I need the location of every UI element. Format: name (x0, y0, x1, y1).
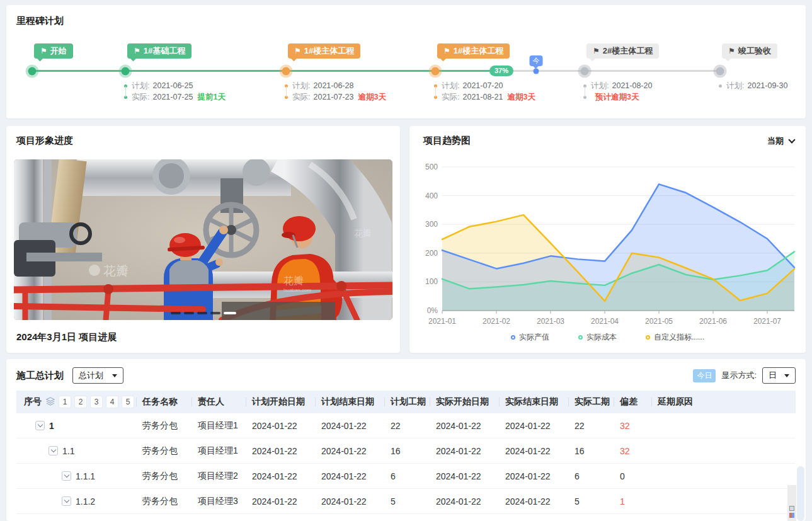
today-dot (534, 69, 539, 74)
table-side-handle[interactable] (787, 485, 796, 521)
carousel-dot[interactable] (171, 312, 181, 314)
carousel-dot[interactable] (210, 312, 220, 314)
table-row: 1.1.1劳务分包项目经理22024-01-222024-01-2262024-… (16, 464, 796, 489)
legend-label: 实际成本 (586, 332, 617, 343)
milestone-details: 计划:2021-07-20实际:2021-08-21逾期3天 (434, 80, 535, 103)
detail-label: 实际: (292, 92, 310, 103)
red-hardhat (169, 233, 201, 257)
badge-tail (440, 55, 447, 62)
carousel-dot[interactable] (224, 312, 236, 314)
cell-plan-end: 2024-01-22 (315, 471, 384, 481)
legend-marker-icon (511, 335, 515, 340)
x-axis-label: 2021-02 (483, 317, 510, 326)
y-axis-label: 200 (425, 249, 438, 258)
legend-item[interactable]: 实际成本 (578, 332, 617, 343)
cell-task: 劳务分包 (136, 496, 192, 507)
detail-value: 2021-07-25 (152, 93, 193, 101)
carousel-dot[interactable] (197, 312, 207, 314)
badge-tail (130, 55, 137, 62)
table-row: 1.1劳务分包项目经理12024-01-222024-01-22162024-0… (16, 438, 796, 464)
milestone-badge: ⚑1#楼主体工程 (288, 43, 360, 59)
cell-task: 劳务分包 (136, 445, 192, 457)
level-chip[interactable]: 1 (59, 396, 71, 408)
legend-item[interactable]: 自定义指标...... (646, 332, 704, 343)
plan-type-select[interactable]: 总计划 (72, 367, 123, 384)
cell-actual-days: 6 (568, 471, 614, 481)
milestone-badge: ⚑1#楼主体工程 (437, 43, 510, 59)
column-header-label: 计划开始日期 (252, 396, 305, 408)
trend-chart-card: 项目趋势图 当期 5004003002001000%2021-012021-02… (409, 126, 806, 353)
milestone-node (282, 67, 290, 76)
milestone-badge: ⚑2#楼主体工程 (586, 43, 659, 59)
photo-card-title: 项目形象进度 (16, 135, 73, 147)
cell-id: 1.1 (16, 446, 136, 456)
y-axis-label: 0% (427, 306, 438, 315)
cell-task: 劳务分包 (136, 420, 192, 432)
milestone-label: 竣工验收 (738, 46, 771, 55)
column-header-label: 序号 (24, 396, 42, 408)
flag-icon: ⚑ (443, 47, 450, 55)
schedule-table-card: 施工总计划 总计划 今日 显示方式: 日 序号12345任务名称责任人计划开始日… (6, 359, 806, 521)
cell-plan-end: 2024-01-22 (315, 421, 384, 431)
y-axis-label: 500 (425, 163, 438, 171)
x-axis-label: 2021-01 (428, 317, 456, 326)
cell-plan-end: 2024-01-22 (315, 446, 384, 456)
trend-chart: 5004003002001000%2021-012021-022021-0320… (417, 156, 798, 331)
cell-actual-end: 2024-01-22 (499, 446, 568, 456)
milestone-label: 1#基础工程 (144, 46, 185, 55)
detail-value: 2021-09-30 (747, 81, 787, 90)
column-header-label: 延期原因 (658, 396, 693, 408)
x-axis-label: 2021-05 (645, 317, 673, 326)
carousel-dot[interactable] (184, 312, 194, 314)
chart-legend: 实际产值实际成本自定义指标...... (417, 332, 798, 343)
expander-icon[interactable] (49, 446, 58, 455)
badge-tail (291, 55, 297, 62)
milestone-label: 开始 (50, 46, 67, 55)
photo-caption: 2024年3月1日 项目进展 (16, 331, 117, 343)
row-id: 1.1 (62, 446, 74, 456)
legend-marker-icon (646, 335, 650, 340)
detail-value: 2021-06-28 (313, 81, 353, 90)
display-mode-select[interactable]: 日 (762, 367, 796, 384)
cell-actual-start: 2024-01-22 (430, 421, 499, 431)
detail-value: 2021-08-21 (462, 93, 503, 101)
cell-owner: 项目经理1 (192, 420, 246, 432)
expander-icon[interactable] (62, 471, 71, 481)
milestone-timeline: ⚑开始⚑1#基础工程计划:2021-06-25实际:2021-07-25提前1天… (6, 5, 806, 118)
period-dropdown[interactable]: 当期 (767, 135, 794, 147)
project-dashboard: 里程碑计划 ⚑开始⚑1#基础工程计划:2021-06-25实际:2021-07-… (0, 0, 812, 521)
table-scrollbar[interactable] (797, 466, 804, 521)
detail-label: 实际: (132, 92, 149, 103)
detail-value: 2021-07-23 (313, 93, 353, 101)
legend-item[interactable]: 实际产值 (511, 332, 549, 343)
expander-icon[interactable] (35, 421, 45, 430)
level-chip[interactable]: 3 (91, 396, 102, 408)
svg-text:huaban.com: huaban.com (283, 287, 311, 293)
level-chip[interactable]: 2 (75, 396, 86, 408)
level-chip[interactable]: 5 (122, 396, 134, 408)
layers-icon[interactable] (46, 397, 55, 408)
column-header-label: 责任人 (198, 396, 224, 408)
row-id: 1 (49, 421, 54, 431)
milestone-details: 计划:2021-06-25实际:2021-07-25提前1天 (124, 80, 226, 103)
flag-icon: ⚑ (728, 47, 735, 55)
expander-icon[interactable] (62, 496, 71, 506)
column-header-label: 实际工期 (575, 396, 610, 408)
level-chip[interactable]: 4 (106, 396, 118, 408)
badge-tail (37, 55, 43, 62)
project-photo[interactable]: 花瓣 花瓣 huaban.com 花瓣 (14, 159, 392, 320)
detail-label: 实际: (442, 92, 459, 103)
chevron-down-icon (64, 498, 69, 503)
cell-owner: 项目经理2 (192, 471, 246, 482)
cell-id: 1.1.1 (16, 471, 136, 481)
chevron-down-icon (50, 447, 55, 452)
chevron-down-icon (37, 422, 42, 427)
table-body: 1劳务分包项目经理12024-01-222024-01-22222024-01-… (6, 413, 806, 514)
milestone-badge: ⚑竣工验收 (722, 43, 777, 59)
detail-connector (286, 86, 287, 97)
svg-text:花瓣: 花瓣 (354, 228, 372, 238)
column-header-label: 任务名称 (142, 396, 178, 408)
cell-deviation: 32 (614, 446, 651, 456)
table-row: 1劳务分包项目经理12024-01-222024-01-22222024-01-… (16, 413, 796, 438)
today-button[interactable]: 今日 (693, 369, 716, 382)
